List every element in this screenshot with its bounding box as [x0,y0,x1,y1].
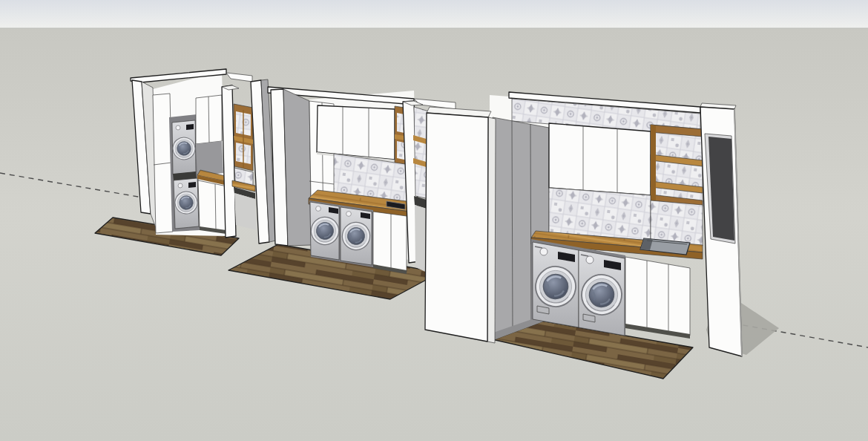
app-window [0,0,868,441]
open-wood-shelving[interactable] [651,125,703,206]
tall-wardrobe[interactable] [425,107,496,343]
washer-left[interactable] [309,202,341,260]
alcove-base [234,193,257,230]
stacked-dryer[interactable] [171,120,197,174]
upper-cabinet-doors [549,123,651,195]
model-viewport[interactable] [0,0,868,441]
left-wall-inner-face [283,89,312,246]
base-cabinet[interactable] [625,257,690,336]
upper-cabinets[interactable] [549,123,651,197]
dryer-knob [176,125,180,130]
wardrobe-side [487,117,496,343]
tile-backsplash [549,188,651,241]
wardrobe-front [425,113,488,342]
washer-display [188,182,196,188]
upper-cabinets[interactable] [317,105,395,162]
stacked-washer[interactable] [174,178,199,229]
base-cabinet[interactable] [373,212,407,272]
washer-left[interactable] [533,242,579,327]
open-wood-shelf[interactable] [234,104,253,171]
washer-right[interactable] [341,207,372,265]
tile-backsplash-right [651,200,703,246]
dryer-display [186,124,194,130]
washer-knob [540,248,548,255]
upper-cabinet-doors [317,105,395,160]
washer-knob [178,183,183,188]
washer-knob [586,256,594,264]
washer-right[interactable] [579,250,625,336]
washer-knob [346,212,352,217]
shelf-post [651,125,656,202]
sky-band [0,0,868,28]
washer-knob [316,206,321,212]
tall-cabinet[interactable] [153,94,173,233]
